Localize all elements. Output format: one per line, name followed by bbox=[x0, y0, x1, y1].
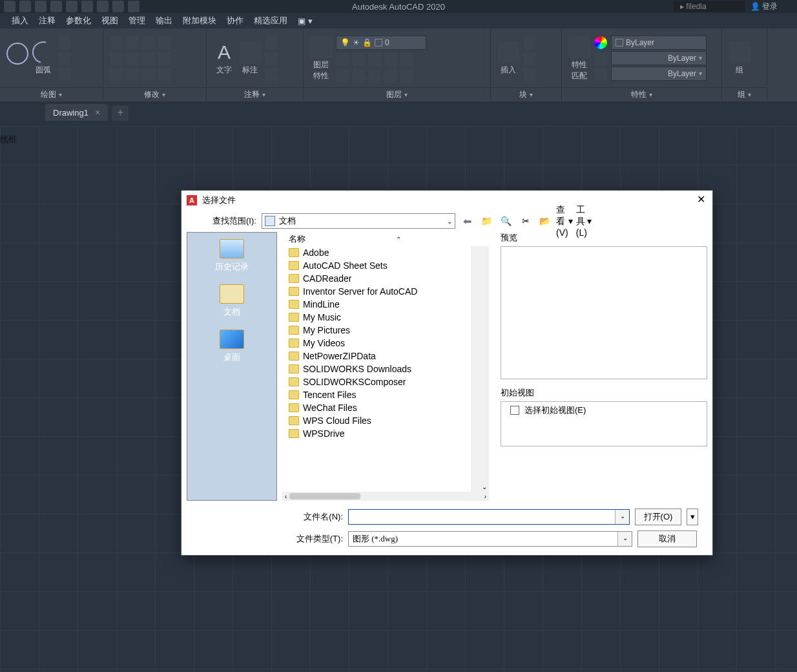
filename-input[interactable] bbox=[349, 510, 615, 524]
menu-parametric[interactable]: 参数化 bbox=[66, 15, 91, 26]
qat-icon[interactable] bbox=[66, 1, 78, 12]
file-row[interactable]: Tencent Files bbox=[282, 388, 471, 401]
menu-manage[interactable]: 管理 bbox=[129, 15, 145, 26]
back-button[interactable]: ⬅ bbox=[461, 214, 475, 228]
qat-icon[interactable] bbox=[112, 1, 124, 12]
menu-collab[interactable]: 协作 bbox=[227, 15, 243, 26]
chevron-down-icon[interactable]: ▾ bbox=[530, 91, 533, 98]
block-small-icon[interactable] bbox=[523, 68, 536, 81]
desktop-place[interactable]: 桌面 bbox=[220, 330, 244, 363]
modify-icon[interactable] bbox=[110, 52, 123, 65]
linetype-dropdown[interactable]: ByLayer▾ bbox=[611, 67, 707, 81]
file-row[interactable]: Adobe bbox=[282, 246, 471, 259]
menu-view[interactable]: 视图 bbox=[101, 15, 118, 26]
filename-history-dropdown[interactable]: ⌄ bbox=[615, 510, 629, 524]
file-row[interactable]: AutoCAD Sheet Sets bbox=[282, 259, 471, 272]
horizontal-scrollbar[interactable]: ‹ › bbox=[282, 492, 489, 501]
scroll-thumb[interactable] bbox=[289, 493, 360, 499]
layer-small-icon[interactable] bbox=[384, 69, 397, 82]
close-icon[interactable]: ✕ bbox=[694, 194, 707, 207]
history-place[interactable]: 历史记录 bbox=[215, 239, 249, 273]
scroll-down-icon[interactable]: ⌄ bbox=[482, 483, 487, 490]
file-row[interactable]: CADReader bbox=[282, 272, 471, 285]
login-button[interactable]: 👤 登录 bbox=[750, 1, 778, 12]
documents-place[interactable]: 文档 bbox=[220, 284, 244, 318]
modify-icon[interactable] bbox=[126, 68, 139, 81]
tab-drawing1[interactable]: Drawing1 × bbox=[45, 104, 108, 121]
qat-icon[interactable] bbox=[97, 1, 109, 12]
delete-button[interactable]: ✂ bbox=[519, 214, 533, 228]
chevron-down-icon[interactable]: ▾ bbox=[162, 91, 165, 98]
anno-small-icon[interactable] bbox=[265, 36, 278, 49]
file-row[interactable]: WPS Cloud Files bbox=[282, 414, 471, 427]
chevron-down-icon[interactable]: ▾ bbox=[404, 91, 408, 98]
dimension-tool[interactable]: 标注 bbox=[239, 41, 261, 76]
file-row[interactable]: WPSDrive bbox=[282, 427, 471, 440]
qat-icon[interactable] bbox=[81, 1, 93, 12]
file-row[interactable]: NetPowerZIPData bbox=[282, 350, 471, 362]
menu-insert[interactable]: 插入 bbox=[12, 15, 28, 26]
modify-icon[interactable] bbox=[158, 52, 171, 65]
view-menu-button[interactable]: 查看(V) ▾ bbox=[557, 214, 572, 228]
chevron-down-icon[interactable]: ▾ bbox=[59, 91, 62, 98]
layer-small-icon[interactable] bbox=[368, 53, 381, 66]
draw-small-icon[interactable] bbox=[58, 52, 71, 65]
web-search-button[interactable]: 🔍 bbox=[499, 214, 513, 228]
draw-small-icon[interactable] bbox=[58, 68, 71, 81]
match-properties-button[interactable]: 特性 匹配 bbox=[568, 36, 590, 81]
layer-small-icon[interactable] bbox=[352, 53, 365, 66]
color-wheel-icon[interactable] bbox=[594, 36, 607, 49]
chevron-down-icon[interactable]: ⌄ bbox=[617, 532, 632, 546]
chevron-down-icon[interactable]: ▾ bbox=[262, 91, 265, 98]
vertical-scrollbar[interactable]: ⌄ bbox=[480, 246, 489, 492]
modify-icon[interactable] bbox=[158, 36, 171, 49]
file-row[interactable]: WeChat Files bbox=[282, 401, 471, 414]
block-small-icon[interactable] bbox=[523, 52, 536, 65]
draw-small-icon[interactable] bbox=[58, 36, 71, 49]
modify-icon[interactable] bbox=[142, 36, 155, 49]
name-column-header[interactable]: 名称 ⌃ bbox=[282, 232, 489, 246]
file-row[interactable]: SOLIDWORKS Downloads bbox=[282, 362, 471, 375]
cancel-button[interactable]: 取消 bbox=[637, 530, 697, 547]
anno-small-icon[interactable] bbox=[265, 68, 278, 81]
modify-icon[interactable] bbox=[158, 68, 171, 81]
look-in-dropdown[interactable]: 文档 ⌄ bbox=[262, 213, 455, 229]
qat-icon[interactable] bbox=[35, 1, 47, 12]
modify-icon[interactable] bbox=[142, 52, 155, 65]
file-row[interactable]: My Videos bbox=[282, 337, 471, 350]
menu-addins[interactable]: 附加模块 bbox=[183, 15, 216, 26]
menu-more-icon[interactable]: ▣ ▾ bbox=[298, 16, 313, 26]
chevron-down-icon[interactable]: ▾ bbox=[649, 91, 652, 98]
modify-icon[interactable] bbox=[142, 68, 155, 81]
qat-icon[interactable] bbox=[19, 1, 31, 12]
modify-icon[interactable] bbox=[126, 52, 139, 65]
layer-small-icon[interactable] bbox=[336, 69, 349, 82]
circle-tool[interactable] bbox=[6, 43, 28, 75]
prop-small-icon[interactable] bbox=[594, 52, 607, 65]
filetype-dropdown[interactable]: 图形 (*.dwg) ⌄ bbox=[348, 531, 632, 547]
layer-small-icon[interactable] bbox=[336, 53, 349, 66]
search-field[interactable]: ▸ filedia bbox=[674, 1, 745, 12]
file-row[interactable]: My Music bbox=[282, 311, 471, 324]
tools-menu-button[interactable]: 工具(L) ▾ bbox=[577, 214, 591, 228]
menu-featured[interactable]: 精选应用 bbox=[254, 15, 287, 26]
current-layer-dropdown[interactable]: 💡 ☀ 🔒 0 bbox=[336, 36, 426, 50]
group-button[interactable]: 组 bbox=[729, 41, 750, 76]
new-folder-button[interactable]: 📂 bbox=[538, 214, 552, 228]
open-dropdown-button[interactable]: ▾ bbox=[687, 509, 698, 525]
file-list[interactable]: AdobeAutoCAD Sheet SetsCADReaderInventor… bbox=[282, 246, 480, 492]
menu-annotate[interactable]: 注释 bbox=[39, 15, 56, 26]
layer-properties-button[interactable]: 图层 特性 bbox=[310, 36, 332, 81]
file-row[interactable]: MindLine bbox=[282, 298, 471, 311]
text-tool[interactable]: A文字 bbox=[213, 41, 235, 76]
arc-tool[interactable]: 圆弧 bbox=[32, 41, 54, 76]
file-row[interactable]: Inventor Server for AutoCAD bbox=[282, 285, 471, 298]
modify-icon[interactable] bbox=[126, 36, 139, 49]
menu-output[interactable]: 输出 bbox=[156, 15, 172, 26]
layer-small-icon[interactable] bbox=[384, 53, 397, 66]
file-row[interactable]: My Pictures bbox=[282, 324, 471, 337]
color-dropdown[interactable]: ByLayer bbox=[611, 36, 707, 50]
chevron-down-icon[interactable]: ▾ bbox=[748, 91, 751, 98]
open-button[interactable]: 打开(O) bbox=[635, 509, 681, 525]
qat-icon[interactable] bbox=[4, 1, 16, 12]
